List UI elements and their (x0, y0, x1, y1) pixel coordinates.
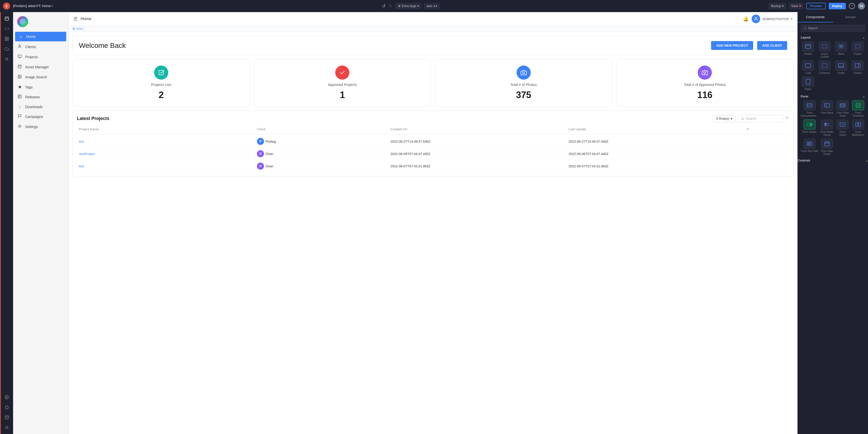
tab-components[interactable]: Components (798, 12, 833, 23)
comp-form-text-field[interactable]: Form Text Field (801, 139, 818, 156)
layout-toggle[interactable]: ▲ (863, 36, 865, 39)
notifications-bell[interactable]: 🔔 (743, 16, 749, 22)
col-extra: P (745, 126, 789, 132)
downloads-icon: ↓ (17, 105, 22, 109)
help-button[interactable]: ? (849, 3, 855, 9)
comp-menu[interactable]: Menu (834, 41, 848, 58)
col-created-on: Created On (389, 126, 566, 132)
updated-date: 2022-06-06T07:44:47.445Z (566, 149, 745, 158)
comp-form-date-picker[interactable]: Form Date Picker (820, 139, 834, 156)
comp-form-autocomplete[interactable]: Form Autocomplete... (801, 100, 818, 117)
sidebar-item-asset-manager[interactable]: Asset Manager (13, 62, 68, 72)
backup-button[interactable]: Backup ▾ (769, 3, 786, 9)
icon-functions[interactable] (2, 54, 11, 63)
components-search-container: Search (798, 23, 868, 34)
icon-palette[interactable] (2, 393, 11, 402)
project-name-link[interactable]: test (77, 162, 255, 171)
comp-paper[interactable]: Paper (801, 77, 815, 91)
comp-form-select[interactable]: Form Select (836, 119, 849, 137)
svg-rect-49 (806, 63, 811, 67)
project-name-link[interactable]: test (77, 137, 255, 146)
stat-value: 2 (159, 90, 164, 100)
comp-label: Footer (838, 71, 845, 75)
comp-label: Form Block (820, 111, 834, 114)
icon-pages[interactable] (2, 14, 11, 23)
extra-cell (745, 151, 789, 156)
add-new-project-button[interactable]: ADD NEW PROJECT (711, 41, 753, 50)
preview-button[interactable]: Preview (806, 3, 826, 9)
undo-button[interactable]: ↺ (382, 3, 385, 9)
svg-rect-53 (855, 63, 860, 67)
svg-rect-3 (7, 37, 8, 38)
svg-point-7 (6, 397, 7, 398)
sidebar-item-settings[interactable]: Settings (13, 122, 68, 132)
sidebar-nav: ⌂ Home Clients Projects Asset Manager (13, 31, 68, 434)
icon-layers[interactable] (2, 34, 11, 44)
comp-container[interactable]: Container (817, 60, 832, 75)
sidebar-item-campaigns[interactable]: Campaigns (13, 112, 68, 122)
comp-form-checkbox[interactable]: Form Checkbox (851, 100, 865, 117)
device-selector[interactable]: 🖥 Extra large ▾ (396, 3, 421, 9)
comp-label: Container (819, 71, 830, 75)
comp-form-switch[interactable]: Form Switch (801, 119, 818, 137)
menu-toggle[interactable]: ☰ (73, 16, 78, 22)
comp-form-radio-group[interactable]: Form Radio Group (820, 119, 834, 137)
welcome-card: Welcome Back ADD NEW PROJECT ADD CLIENT (72, 36, 794, 55)
redo-button[interactable]: ↻ (389, 3, 393, 9)
sidebar-item-label: Projects (25, 55, 38, 59)
sidebar-item-home[interactable]: ⌂ Home (15, 32, 66, 41)
footer-comp-icon (835, 60, 847, 70)
comp-form-multiselect[interactable]: Form Multiselect (851, 119, 865, 137)
svg-rect-50 (822, 63, 827, 67)
save-button[interactable]: Save (789, 3, 803, 9)
user-menu[interactable]: ADMINISTRATOR ▾ (752, 15, 793, 23)
comp-popper[interactable]: Popper (850, 41, 865, 58)
deploy-button[interactable]: Deploy (829, 3, 846, 9)
sidebar-item-clients[interactable]: Clients (13, 42, 68, 52)
sidebar-item-releases[interactable]: Releases (13, 92, 68, 102)
add-client-button[interactable]: ADD CLIENT (757, 41, 787, 50)
sidebar-item-downloads[interactable]: ↓ Downloads (13, 102, 68, 112)
sidebar-item-image-search[interactable]: Image Search (13, 72, 68, 82)
auto-selector[interactable]: auto ⬆⬇ (424, 3, 439, 9)
created-date: 2022-06-27T14:49:37.640Z (389, 137, 566, 146)
controls-toggle[interactable]: ▲ (866, 159, 868, 162)
table-search[interactable]: Search (738, 115, 783, 122)
sidebar-logo (13, 12, 68, 31)
tab-groups[interactable]: Groups (833, 12, 868, 23)
async-content-comp-icon (818, 41, 831, 51)
comp-form-block[interactable]: Form Block (820, 100, 834, 117)
welcome-title: Welcome Back (79, 41, 707, 50)
svg-rect-8 (5, 406, 8, 409)
rows-per-page-select[interactable]: 5 Row(s) ▾ (713, 115, 736, 122)
comp-async-content[interactable]: Async Content (817, 41, 832, 58)
updated-date: 2022-06-27T14:49:37.640Z (566, 137, 745, 146)
settings-icon (17, 124, 22, 129)
filter-icon[interactable] (785, 116, 789, 121)
page-heading: Home (81, 17, 740, 21)
comp-footer[interactable]: Footer (834, 60, 848, 75)
svg-rect-72 (856, 123, 858, 126)
projects-icon (17, 54, 22, 59)
drawer-comp-icon (851, 60, 864, 70)
icon-settings[interactable] (2, 423, 11, 432)
sidebar-item-tags[interactable]: ✖ Tags (13, 82, 68, 92)
comp-form-field-array[interactable]: Form Field Array (836, 100, 849, 117)
chevron-down-icon: ▾ (782, 4, 784, 8)
user-avatar[interactable]: SS (858, 2, 865, 9)
sidebar-item-label: Asset Manager (25, 65, 49, 69)
icon-code[interactable] (2, 24, 11, 33)
components-search[interactable]: Search (801, 25, 865, 32)
project-client: O Ovan (255, 160, 389, 172)
form-radio-group-icon (821, 119, 833, 129)
comp-card[interactable]: Card (801, 60, 815, 75)
project-name-link[interactable]: newProject (77, 149, 255, 158)
content-scroll: Welcome Back ADD NEW PROJECT ADD CLIENT … (68, 32, 798, 434)
sidebar-item-projects[interactable]: Projects (13, 52, 68, 62)
icon-cloud[interactable] (2, 45, 11, 53)
comp-header[interactable]: Header (801, 41, 815, 58)
icon-frame[interactable] (2, 403, 11, 412)
comp-drawer[interactable]: Drawer (850, 60, 865, 75)
form-toggle[interactable]: ▲ (863, 95, 865, 98)
icon-database[interactable] (2, 413, 11, 422)
